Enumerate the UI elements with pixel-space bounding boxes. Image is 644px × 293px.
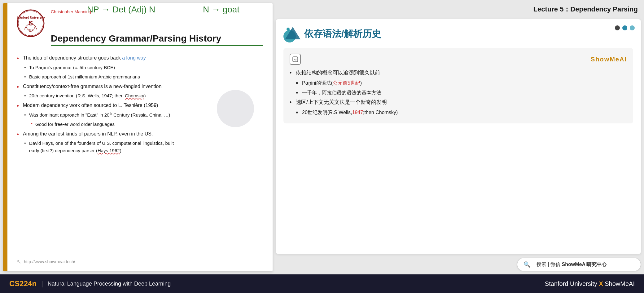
list-item: Among the earliest kinds of parsers in N… <box>17 130 263 138</box>
highlighted-text: 公元前5世纪 <box>333 80 360 86</box>
list-item: Pāṇini的语法(公元前5世纪) <box>290 79 627 87</box>
three-dots <box>615 25 635 30</box>
chinese-slide-header: 依存语法/解析历史 <box>283 25 633 42</box>
orange-bar <box>3 3 7 271</box>
ai-icon: AI <box>290 54 301 65</box>
slide-footer: ↖ http://www.showmeai.tech/ <box>17 254 263 265</box>
svg-text:Stanford University: Stanford University <box>17 16 45 19</box>
hays-ref: Hays 1962 <box>98 148 120 153</box>
svg-point-13 <box>287 28 290 31</box>
list-item: 选区/上下文无关文法是一个新奇的发明 <box>290 98 627 107</box>
svg-text:AI: AI <box>294 58 297 61</box>
dot-teal <box>622 25 627 30</box>
slide-content: NP → Det (Adj) N N → goat Stanford Unive… <box>7 3 273 271</box>
slide-title: Dependency Grammar/Parsing History <box>51 33 263 44</box>
slide-title-underline <box>51 45 263 46</box>
chinese-slide: 依存语法/解析历史 AI ShowMeAI 依赖结构的概念可以 <box>276 19 641 254</box>
course-code: CS224n <box>9 279 37 288</box>
slide-panel: NP → Det (Adj) N N → goat Stanford Unive… <box>3 3 273 271</box>
cursor-icon: ↖ <box>17 258 21 265</box>
search-bar[interactable]: 🔍 搜索 | 微信 ShowMeAI研究中心 <box>517 258 641 271</box>
svg-text:S: S <box>28 19 33 27</box>
formula-left: NP → Det (Adj) N <box>87 5 155 15</box>
dot-light-teal <box>630 25 635 30</box>
list-item: Basic approach of 1st millennium Arabic … <box>17 73 263 81</box>
list-item: Constituency/context-free grammars is a … <box>17 82 263 91</box>
year-highlight: 1947 <box>352 110 363 115</box>
handwritten-formula: NP → Det (Adj) N N → goat <box>63 5 263 15</box>
list-item: David Hays, one of the founders of U.S. … <box>17 140 263 154</box>
teal-logo-icon <box>283 25 300 42</box>
dot-dark <box>615 25 620 30</box>
list-item: 依赖结构的概念可以追溯到很久以前 <box>290 69 627 78</box>
chinese-slide-title: 依存语法/解析历史 <box>304 28 381 40</box>
stanford-logo: Stanford University S NLP <box>17 9 45 37</box>
course-name: Natural Language Processing with Deep Le… <box>48 281 171 287</box>
gray-circle-annotation <box>217 90 254 127</box>
chinese-bullet-list: 依赖结构的概念可以追溯到很久以前 Pāṇini的语法(公元前5世纪) 一千年，阿… <box>290 69 627 117</box>
right-panel: Lecture 5：Dependency Parsing 依存语法/解析历史 <box>276 3 641 271</box>
search-icon: 🔍 <box>524 261 530 268</box>
stanford-text: Stanford University <box>545 280 597 287</box>
bottom-right: Stanford University X ShowMeAI <box>545 280 635 287</box>
highlight-text: a long way <box>122 55 146 60</box>
separator: | <box>41 280 43 288</box>
ai-box-header: AI ShowMeAI <box>290 54 627 65</box>
footer-url: http://www.showmeai.tech/ <box>24 259 75 264</box>
ai-content-box: AI ShowMeAI 依赖结构的概念可以追溯到很久以前 Pāṇini的语法(公… <box>283 48 633 123</box>
search-text: 搜索 | 微信 ShowMeAI研究中心 <box>537 261 607 268</box>
bottom-left: CS224n | Natural Language Processing wit… <box>9 279 171 288</box>
slide-title-area: Christopher Manning Dependency Grammar/P… <box>51 9 263 51</box>
list-item: 20世纪发明(R.S.Wells,1947;then Chomsky) <box>290 108 627 117</box>
bottom-bar: CS224n | Natural Language Processing wit… <box>0 274 644 293</box>
lecture-title: Lecture 5：Dependency Parsing <box>276 3 641 16</box>
list-item: The idea of dependency structure goes ba… <box>17 54 263 62</box>
brand-text: ShowMeAI <box>605 280 635 287</box>
formula-right: N → goat <box>203 5 239 15</box>
chomsky-text: Chomsky <box>125 93 144 98</box>
slide-header: NP → Det (Adj) N N → goat Stanford Unive… <box>17 9 263 51</box>
list-item: To Pāṇini's grammar (c. 5th century BCE) <box>17 64 263 71</box>
list-item: 一千年，阿拉伯语的语法的基本方法 <box>290 88 627 97</box>
x-separator: X <box>599 280 605 287</box>
svg-text:NLP: NLP <box>28 29 34 32</box>
main-area: NP → Det (Adj) N N → goat Stanford Unive… <box>0 0 644 274</box>
showmeai-brand: ShowMeAI <box>591 56 627 63</box>
